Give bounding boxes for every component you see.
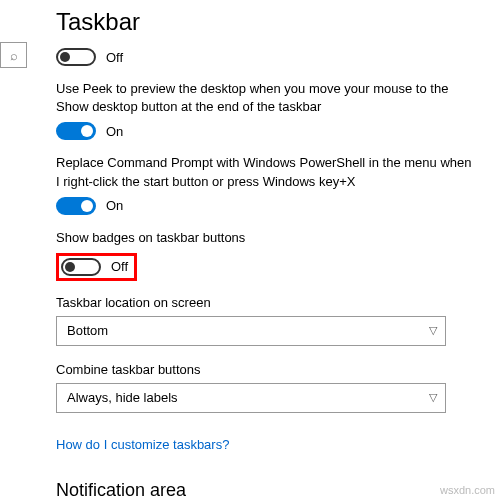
toggle-switch-peek[interactable]: [56, 122, 96, 140]
toggle-label-1: Off: [106, 50, 123, 65]
highlighted-badges-toggle: Off: [56, 253, 137, 281]
badges-description: Show badges on taskbar buttons: [56, 229, 473, 247]
combine-select[interactable]: Always, hide labels ▽: [56, 383, 446, 413]
peek-description: Use Peek to preview the desktop when you…: [56, 80, 473, 116]
toggle-row-powershell: On: [56, 197, 473, 215]
help-link[interactable]: How do I customize taskbars?: [56, 437, 229, 452]
location-select[interactable]: Bottom ▽: [56, 316, 446, 346]
watermark: wsxdn.com: [440, 484, 495, 496]
search-button[interactable]: ⌕: [0, 42, 27, 68]
chevron-down-icon: ▽: [429, 391, 437, 404]
toggle-label-badges: Off: [111, 259, 128, 274]
toggle-label-peek: On: [106, 124, 123, 139]
chevron-down-icon: ▽: [429, 324, 437, 337]
toggle-switch-1[interactable]: [56, 48, 96, 66]
toggle-row-1: Off: [56, 48, 473, 66]
notification-area-title: Notification area: [56, 480, 473, 500]
location-label: Taskbar location on screen: [56, 295, 473, 310]
page-title: Taskbar: [56, 8, 473, 36]
toggle-label-powershell: On: [106, 198, 123, 213]
settings-content: Taskbar Off Use Peek to preview the desk…: [0, 0, 503, 500]
toggle-row-peek: On: [56, 122, 473, 140]
combine-value: Always, hide labels: [67, 390, 178, 405]
search-icon: ⌕: [10, 48, 18, 63]
toggle-switch-powershell[interactable]: [56, 197, 96, 215]
toggle-switch-badges[interactable]: [61, 258, 101, 276]
location-value: Bottom: [67, 323, 108, 338]
powershell-description: Replace Command Prompt with Windows Powe…: [56, 154, 473, 190]
combine-label: Combine taskbar buttons: [56, 362, 473, 377]
